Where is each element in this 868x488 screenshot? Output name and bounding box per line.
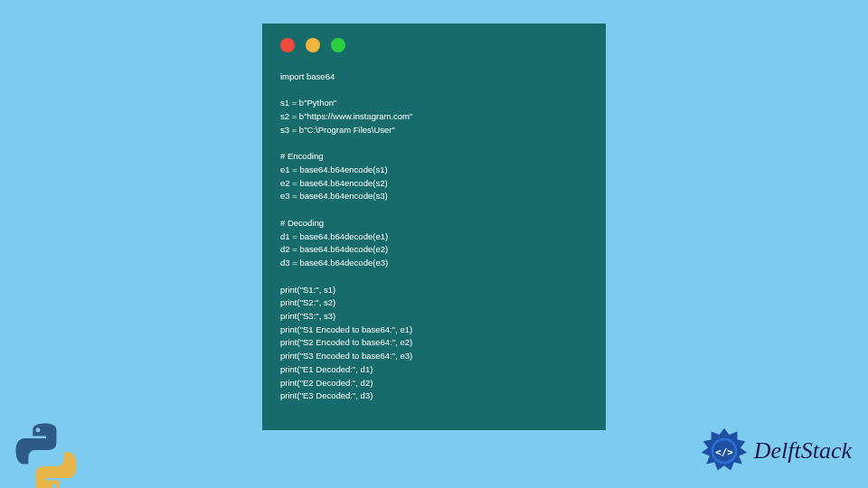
maximize-dot-icon xyxy=(331,38,345,52)
code-block: import base64 s1 = b"Python" s2 = b"http… xyxy=(280,70,588,403)
minimize-dot-icon xyxy=(306,38,320,52)
window-controls xyxy=(280,38,588,52)
close-dot-icon xyxy=(280,38,295,52)
svg-text:</>: </> xyxy=(715,446,733,458)
python-logo-icon xyxy=(5,418,87,488)
code-window: import base64 s1 = b"Python" s2 = b"http… xyxy=(262,23,606,430)
delftstack-branding: </> DelftStack xyxy=(700,427,852,475)
delftstack-badge-icon: </> xyxy=(700,427,749,475)
brand-name: DelftStack xyxy=(754,437,852,465)
